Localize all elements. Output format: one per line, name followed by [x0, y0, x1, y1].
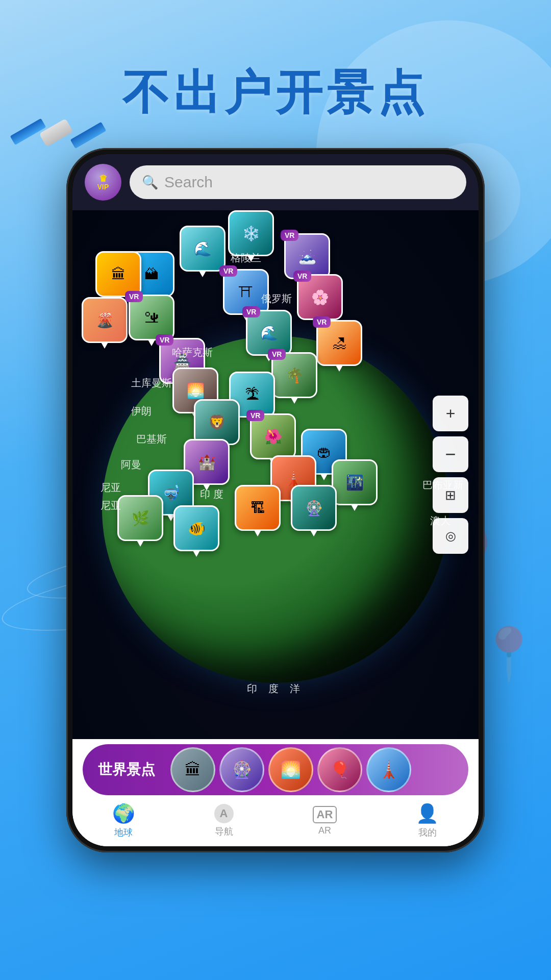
vr-badge-11: VR: [293, 271, 311, 282]
profile-label: 我的: [418, 826, 437, 839]
vr-badge-17: VR: [246, 410, 264, 421]
vr-badge-8: VR: [219, 265, 237, 277]
vr-badge-9: VR: [242, 306, 260, 317]
scenic-thumb-2[interactable]: 🎡: [219, 747, 264, 792]
photo-card-12[interactable]: 🏖 VR: [316, 320, 362, 366]
photo-card-25[interactable]: 🐠: [173, 505, 219, 551]
scenic-thumbnails: 🏛 🎡 🌅 🎈 🗼: [170, 747, 417, 792]
scenic-thumb-3[interactable]: 🌅: [268, 747, 313, 792]
photo-card-26[interactable]: 🌿: [117, 495, 163, 541]
navigation-icon: A: [214, 804, 234, 823]
scenic-thumb-1[interactable]: 🏛: [170, 747, 215, 792]
photo-card-6[interactable]: 🏜 VR: [129, 295, 174, 340]
globe-area[interactable]: 格陵兰 俄罗斯 哈萨克斯 土库曼斯 伊朗 巴基斯 阿曼 尼亚 尼亚 印 度 巴布…: [72, 210, 479, 739]
scenic-strip-label: 世界景点: [83, 760, 170, 779]
bottom-nav: 🌍 地球 A 导航 AR AR 👤 我的: [72, 795, 479, 846]
phone-frame: ♛ VIP 🔍 Search 格陵兰 俄罗斯 哈萨克斯 土库曼斯 伊朗 巴基斯 …: [66, 148, 485, 852]
map-label-oman: 阿曼: [121, 458, 141, 472]
deco-pin-small: 📍: [477, 624, 541, 684]
photo-card-21[interactable]: 🎡: [291, 485, 337, 531]
photo-card-5[interactable]: 🌋: [82, 297, 128, 343]
vr-badge-12: VR: [313, 316, 331, 328]
locate-button[interactable]: ◎: [433, 518, 468, 554]
vr-badge-13: VR: [268, 349, 286, 360]
vr-badge-6: VR: [125, 291, 143, 302]
photo-card-3[interactable]: ❄️: [228, 210, 274, 256]
vip-crown-icon: ♛ VIP: [97, 174, 109, 190]
photo-card-2[interactable]: 🌊: [180, 226, 226, 272]
photo-card-13[interactable]: 🌴 VR: [271, 352, 317, 398]
search-placeholder: Search: [164, 174, 213, 191]
search-bar[interactable]: 🔍 Search: [130, 165, 466, 199]
expand-button[interactable]: ⊞: [433, 477, 468, 513]
ar-label: AR: [318, 825, 331, 836]
zoom-out-button[interactable]: −: [433, 436, 468, 472]
map-controls: + − ⊞ ◎: [433, 396, 468, 554]
profile-icon: 👤: [416, 803, 439, 824]
zoom-in-button[interactable]: +: [433, 396, 468, 431]
bottom-area: 世界景点 🏛 🎡 🌅 🎈 🗼 🌍 地球 A 导航: [72, 739, 479, 846]
map-label-indian-ocean: 印 度 洋: [247, 682, 304, 696]
map-label-russia: 俄罗斯: [261, 292, 292, 306]
map-label-turkmenistan: 土库曼斯: [131, 376, 172, 390]
map-label-india: 印 度: [200, 487, 223, 501]
photo-card-4[interactable]: 🏛: [95, 251, 141, 297]
photo-card-9[interactable]: 🌊 VR: [246, 310, 292, 356]
photo-card-11[interactable]: 🌸 VR: [297, 274, 343, 320]
scenic-strip[interactable]: 世界景点 🏛 🎡 🌅 🎈 🗼: [83, 744, 468, 795]
earth-label: 地球: [114, 826, 133, 839]
photo-card-16[interactable]: 🦁: [194, 399, 240, 445]
photo-card-22[interactable]: 🏗: [235, 485, 281, 531]
ar-icon: AR: [313, 806, 337, 823]
satellite-panel-right: [70, 122, 107, 149]
map-label-nia1: 尼亚: [101, 481, 121, 495]
map-label-greenland: 格陵兰: [231, 251, 261, 265]
navigation-label: 导航: [215, 825, 233, 838]
nav-item-ar[interactable]: AR AR: [313, 806, 337, 836]
vr-badge-7: VR: [156, 334, 173, 346]
map-label-iran: 伊朗: [131, 404, 152, 418]
nav-item-profile[interactable]: 👤 我的: [416, 803, 439, 839]
earth-icon: 🌍: [112, 803, 135, 824]
hero-title: 不出户开景点: [0, 61, 551, 125]
nav-item-navigation[interactable]: A 导航: [214, 804, 234, 838]
vip-badge[interactable]: ♛ VIP: [85, 164, 121, 201]
scenic-thumb-5[interactable]: 🗼: [366, 747, 411, 792]
photo-card-20[interactable]: 🌃: [332, 459, 378, 505]
nav-item-earth[interactable]: 🌍 地球: [112, 803, 135, 839]
search-icon: 🔍: [142, 175, 158, 190]
phone-screen: ♛ VIP 🔍 Search 格陵兰 俄罗斯 哈萨克斯 土库曼斯 伊朗 巴基斯 …: [72, 154, 479, 846]
photo-card-17[interactable]: 🌺 VR: [250, 413, 296, 459]
map-label-kazakhstan: 哈萨克斯: [172, 346, 213, 359]
map-label-pakistan: 巴基斯: [136, 432, 167, 446]
vr-badge-10: VR: [281, 230, 298, 241]
scenic-thumb-4[interactable]: 🎈: [317, 747, 362, 792]
top-bar: ♛ VIP 🔍 Search: [72, 154, 479, 210]
map-label-nia2: 尼亚: [101, 499, 121, 512]
